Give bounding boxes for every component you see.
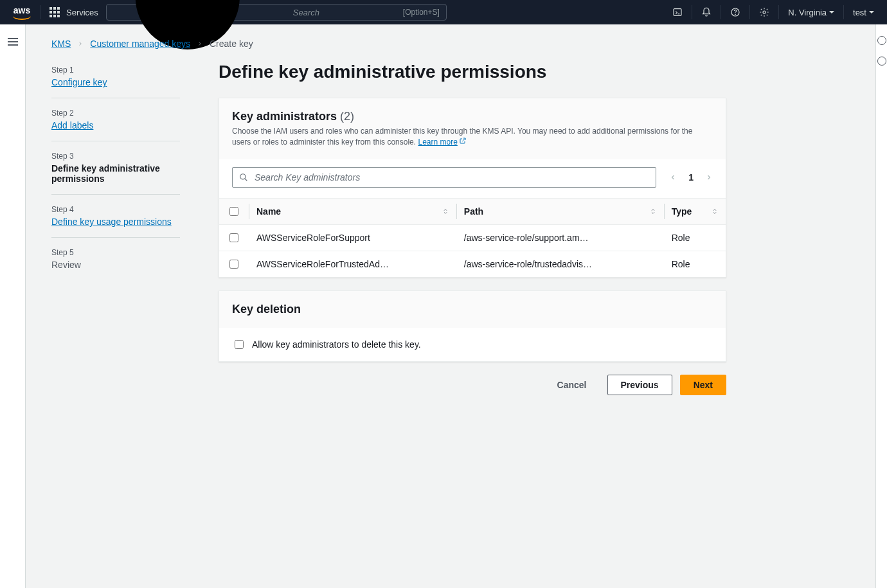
page-title: Define key administrative permissions [219, 62, 726, 82]
nav-divider [749, 5, 750, 19]
info-icon[interactable] [877, 36, 886, 45]
chevron-right-icon [77, 39, 84, 49]
previous-button[interactable]: Previous [607, 375, 672, 395]
row-checkbox[interactable] [229, 233, 238, 242]
page-next-button[interactable] [705, 174, 713, 181]
chevron-right-icon [197, 39, 203, 49]
breadcrumb-current: Create key [210, 39, 253, 49]
wizard-step-label: Step 1 [51, 66, 180, 75]
key-admins-table: Name Path Type [219, 198, 726, 277]
services-label: Services [66, 8, 98, 17]
wizard-step-title: Define key usage permissions [51, 217, 180, 227]
wizard-step-4[interactable]: Step 4 Define key usage permissions [51, 195, 180, 238]
main-area: KMS Customer managed keys Create key Ste… [26, 24, 875, 588]
key-admins-search[interactable] [232, 167, 656, 188]
notifications-button[interactable] [694, 0, 719, 24]
table-row: AWSServiceRoleForSupport /aws-service-ro… [219, 225, 726, 251]
key-admins-panel: Key administrators (2) Choose the IAM us… [219, 98, 726, 278]
wizard-step-title: Review [51, 260, 180, 270]
cell-path: /aws-service-role/trustedadvis… [456, 251, 664, 278]
account-selector[interactable]: test [845, 0, 882, 24]
gear-icon[interactable] [877, 57, 886, 66]
key-admins-description: Choose the IAM users and roles who can a… [232, 126, 713, 148]
global-search-input[interactable] [292, 7, 403, 18]
caret-down-icon [869, 11, 874, 13]
aws-logo[interactable]: aws [5, 0, 39, 24]
cell-path: /aws-service-role/support.am… [456, 225, 664, 251]
cell-type: Role [664, 225, 726, 251]
cell-name: AWSServiceRoleForSupport [249, 225, 456, 251]
filter-row: 1 [219, 159, 726, 198]
cell-type: Role [664, 251, 726, 278]
breadcrumb-kms[interactable]: KMS [51, 39, 71, 49]
cell-name: AWSServiceRoleForTrustedAd… [249, 251, 456, 278]
app-shell: KMS Customer managed keys Create key Ste… [0, 24, 887, 588]
content: Step 1 Configure key Step 2 Add labels S… [26, 49, 875, 421]
key-admins-heading: Key administrators [232, 110, 337, 123]
sort-icon [442, 206, 449, 217]
external-link-icon [459, 137, 467, 148]
next-button[interactable]: Next [680, 375, 726, 395]
sort-icon [650, 206, 656, 217]
svg-rect-2 [674, 9, 681, 16]
left-rail [0, 24, 26, 588]
breadcrumb-cmk[interactable]: Customer managed keys [90, 39, 190, 49]
nav-divider [778, 5, 779, 19]
wizard-step-title: Add labels [51, 120, 180, 130]
breadcrumb: KMS Customer managed keys Create key [51, 24, 850, 49]
page-prev-button[interactable] [669, 174, 677, 181]
top-nav: aws Services [Option+S] N. Virginia test [0, 0, 887, 24]
key-admins-search-input[interactable] [253, 172, 649, 183]
wizard-step-label: Step 2 [51, 109, 180, 118]
wizard-nav: Step 1 Configure key Step 2 Add labels S… [51, 62, 180, 395]
region-label: N. Virginia [788, 8, 827, 17]
wizard-buttons: Cancel Previous Next [219, 375, 726, 395]
global-search[interactable]: [Option+S] [106, 4, 447, 21]
wizard-step-label: Step 4 [51, 205, 180, 214]
key-admins-count: (2) [340, 110, 354, 123]
wizard-step-title: Define key administrative permissions [51, 163, 180, 184]
select-all-checkbox[interactable] [229, 207, 238, 216]
table-row: AWSServiceRoleForTrustedAd… /aws-service… [219, 251, 726, 278]
allow-delete-row[interactable]: Allow key administrators to delete this … [232, 338, 713, 351]
caret-down-icon [829, 11, 834, 13]
column-path[interactable]: Path [456, 199, 664, 225]
learn-more-link[interactable]: Learn more [418, 138, 457, 147]
sort-icon [712, 206, 718, 217]
pagination: 1 [669, 172, 713, 183]
wizard-step-1[interactable]: Step 1 Configure key [51, 62, 180, 98]
key-admins-header: Key administrators (2) Choose the IAM us… [219, 98, 726, 159]
table-header-row: Name Path Type [219, 199, 726, 225]
nav-divider [843, 5, 844, 19]
account-label: test [853, 8, 866, 17]
search-shortcut: [Option+S] [403, 8, 440, 17]
wizard-step-5: Step 5 Review [51, 238, 180, 280]
page-number: 1 [688, 172, 694, 183]
wizard-step-2[interactable]: Step 2 Add labels [51, 98, 180, 141]
nav-divider [692, 5, 692, 19]
nav-divider [721, 5, 721, 19]
help-button[interactable] [722, 0, 748, 24]
row-checkbox[interactable] [229, 260, 238, 269]
side-nav-toggle[interactable] [8, 36, 18, 588]
wizard-step-label: Step 3 [51, 152, 180, 161]
cloudshell-button[interactable] [665, 0, 690, 24]
select-all-header [219, 199, 249, 225]
key-deletion-heading: Key deletion [232, 303, 301, 316]
column-type[interactable]: Type [664, 199, 726, 225]
region-selector[interactable]: N. Virginia [780, 0, 842, 24]
services-menu[interactable]: Services [42, 0, 106, 24]
wizard-step-3: Step 3 Define key administrative permiss… [51, 141, 180, 195]
key-deletion-header: Key deletion [219, 291, 726, 328]
svg-point-5 [735, 14, 736, 15]
settings-button[interactable] [751, 0, 777, 24]
right-rail [875, 24, 887, 588]
svg-point-7 [240, 174, 246, 179]
allow-delete-label: Allow key administrators to delete this … [252, 339, 421, 350]
cancel-button[interactable]: Cancel [544, 375, 600, 395]
allow-delete-checkbox[interactable] [235, 340, 244, 349]
column-name[interactable]: Name [249, 199, 456, 225]
nav-divider [40, 5, 40, 19]
wizard-step-label: Step 5 [51, 248, 180, 257]
grid-icon [49, 7, 60, 17]
